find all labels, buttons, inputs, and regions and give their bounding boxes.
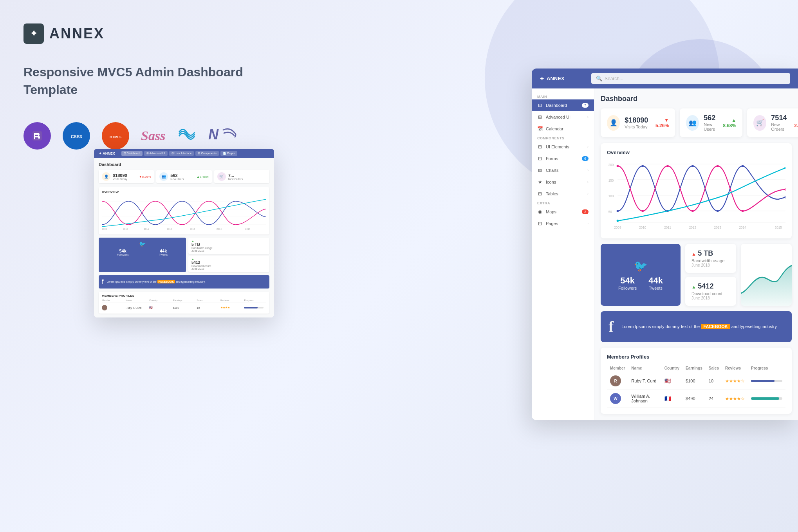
orders-value: 7514 bbox=[771, 114, 787, 122]
visits-label: Visits Today bbox=[625, 124, 648, 129]
large-page-title: Dashboard bbox=[601, 95, 792, 103]
small-stat-info-users: 562 New Users bbox=[170, 173, 194, 180]
small-stat-icon-visits: 👤 bbox=[102, 172, 110, 181]
members-table-header: Member Name Country Earnings Sales Revie… bbox=[607, 364, 785, 372]
svg-text:2010: 2010 bbox=[123, 228, 128, 230]
svg-text:2011: 2011 bbox=[664, 225, 671, 229]
facebook-card: f Lorem Ipsum is simply dummy text of th… bbox=[601, 311, 792, 342]
sidebar-item-dashboard[interactable]: ⊡ Dashboard 7 bbox=[532, 99, 594, 111]
svg-text:2012: 2012 bbox=[167, 228, 172, 230]
bandwidth-arrow: ▲ bbox=[691, 251, 696, 257]
table-row: W William A. Johnson 🇫🇷 $490 bbox=[607, 390, 785, 408]
icons-chevron: › bbox=[587, 180, 589, 184]
twitter-icon: 🐦 bbox=[634, 260, 648, 272]
small-fb-card: f Lorem Ipsum is simply dummy text of th… bbox=[99, 275, 269, 289]
large-main-content: Dashboard 👤 $18090 Visits Today ▼ 5.26% … bbox=[594, 88, 798, 420]
visits-value: $18090 bbox=[625, 116, 648, 124]
visits-icon: 👤 bbox=[607, 115, 620, 131]
bandwidth-card: ▲ 5 TB Bandwidth usage June 2018 bbox=[685, 244, 736, 273]
members-table-card: Members Profiles Member Name Country Ear… bbox=[601, 348, 792, 414]
svg-text:200: 200 bbox=[608, 163, 614, 167]
sidebar-item-tables[interactable]: ⊟ Tables › bbox=[532, 188, 594, 200]
stat-card-visits: 👤 $18090 Visits Today ▼ 5.26% bbox=[601, 108, 675, 137]
dashboard-icon: ⊡ bbox=[537, 103, 543, 108]
svg-text:2009: 2009 bbox=[614, 225, 621, 229]
small-download-card: ▲ 5412 Download count June 2018 bbox=[188, 256, 269, 272]
sidebar-item-uielements[interactable]: ⊟ UI Elements › bbox=[532, 141, 594, 153]
small-stat-orders: 🛒 7... New Orders bbox=[214, 170, 269, 183]
pages-icon: ⊡ bbox=[537, 221, 543, 226]
twitter-followers: 54k Followers bbox=[618, 276, 637, 290]
sidebar-item-advancedui[interactable]: ⊞ Advanced UI › bbox=[532, 111, 594, 123]
download-card: ▲ 5412 Download count June 2018 bbox=[685, 277, 736, 306]
svg-text:50: 50 bbox=[608, 210, 612, 214]
member-progress-1 bbox=[751, 380, 782, 382]
small-stat-icon-users: 👥 bbox=[159, 172, 168, 181]
small-nav-tab-userinterface: ⊟ User Interface bbox=[169, 151, 194, 156]
svg-point-35 bbox=[666, 165, 668, 167]
bandwidth-date: June 2018 bbox=[691, 263, 730, 267]
search-icon: 🔍 bbox=[596, 76, 602, 81]
mini-area-chart-card bbox=[741, 244, 792, 306]
svg-point-33 bbox=[617, 165, 619, 167]
small-fb-text: Lorem Ipsum is simply dummy text of the … bbox=[107, 280, 205, 284]
member-earnings-2: $490 bbox=[686, 396, 695, 401]
sidebar-item-forms[interactable]: ⊡ Forms 6 bbox=[532, 153, 594, 164]
svg-point-29 bbox=[691, 165, 693, 167]
small-nav-tab-pages: 📄 Pages bbox=[220, 151, 237, 156]
search-bar[interactable]: 🔍 Search... bbox=[591, 73, 790, 84]
sidebar-item-charts[interactable]: ⊠ Charts › bbox=[532, 164, 594, 176]
svg-text:2015: 2015 bbox=[245, 228, 251, 230]
users-change: ▲ 8.68% bbox=[720, 117, 736, 128]
advancedui-chevron: › bbox=[587, 115, 589, 119]
sidebar-item-maps[interactable]: ◉ Maps 2 bbox=[532, 206, 594, 218]
svg-text:N: N bbox=[208, 126, 219, 142]
sidebar-item-icons[interactable]: ★ Icons › bbox=[532, 176, 594, 188]
facebook-text: Lorem Ipsum is simply dummy text of the … bbox=[621, 323, 778, 330]
small-members-table: MEMBERS PROFILES Member Name Country Ear… bbox=[99, 292, 269, 314]
small-members-title: MEMBERS PROFILES bbox=[102, 294, 266, 298]
sidebar-item-calendar[interactable]: 📅 Calendar bbox=[532, 123, 594, 135]
small-page-title: Dashboard bbox=[99, 162, 269, 167]
svg-point-34 bbox=[641, 210, 643, 212]
side-stats: ▲ 5 TB Bandwidth usage June 2018 ▲ 5412 bbox=[685, 244, 736, 306]
member-avatar-1: R bbox=[610, 375, 621, 386]
twitter-tweets: 44k Tweets bbox=[648, 276, 663, 290]
svg-text:150: 150 bbox=[608, 179, 614, 182]
stat-card-orders: 🛒 7514 New Orders ▼ 2.35% bbox=[747, 108, 798, 137]
tech-icons-row: CSS3 HTML5 Sass N bbox=[23, 122, 251, 150]
svg-text:HTML5: HTML5 bbox=[110, 135, 121, 139]
small-stat-pct-users: ▲8.46% bbox=[197, 175, 209, 179]
sidebar-item-pages[interactable]: ⊡ Pages › bbox=[532, 218, 594, 229]
small-twitter-followers: 54k Followers bbox=[117, 249, 129, 256]
forms-badge: 6 bbox=[582, 156, 589, 161]
table-row: R Ruby T. Curd 🇺🇸 $100 bbox=[607, 372, 785, 390]
overview-chart-svg: 200 150 100 50 bbox=[607, 160, 785, 231]
members-table-body: R Ruby T. Curd 🇺🇸 $100 bbox=[607, 372, 785, 408]
table-header-row: Member Name Country Earnings Sales Revie… bbox=[607, 364, 785, 372]
small-chart-title: OVERVIEW bbox=[102, 190, 266, 194]
member-name-2: William A. Johnson bbox=[631, 394, 650, 403]
member-avatar-2: W bbox=[610, 393, 621, 404]
small-stats-row: 👤 $18090 Visits Today ▼5.26% 👥 562 New U… bbox=[99, 170, 269, 183]
svg-point-37 bbox=[717, 165, 719, 167]
twitter-card: 🐦 54k Followers 44k Tweets bbox=[601, 244, 681, 306]
overview-title: Overview bbox=[607, 150, 785, 155]
member-sales-1: 10 bbox=[709, 379, 713, 383]
ce-icon bbox=[177, 126, 197, 145]
users-info: 562 New Users bbox=[704, 114, 715, 132]
svg-point-32 bbox=[784, 196, 785, 198]
member-stars-1: ★★★★☆ bbox=[725, 379, 745, 383]
svg-text:2014: 2014 bbox=[217, 228, 222, 230]
search-placeholder: Search... bbox=[605, 76, 623, 81]
download-value: 5412 bbox=[698, 282, 713, 290]
member-name-1: Ruby T. Curd bbox=[631, 379, 656, 383]
small-nav-tab-dashboard: ⊡ Dashboard bbox=[121, 151, 143, 156]
visits-info: $18090 Visits Today bbox=[625, 116, 648, 129]
small-dashboard-nav: ✦ ANNEX ⊡ Dashboard ⊞ Advanced UI ⊟ User… bbox=[94, 149, 274, 158]
sidebar-section-extra: Extra bbox=[532, 200, 594, 206]
svg-text:2013: 2013 bbox=[714, 225, 721, 229]
small-twitter-icon: 🐦 bbox=[102, 241, 183, 247]
small-table-row: Ruby T. Curd 🇺🇸 $100 10 ★★★★ bbox=[102, 304, 266, 311]
sidebar-section-components: Components bbox=[532, 135, 594, 141]
